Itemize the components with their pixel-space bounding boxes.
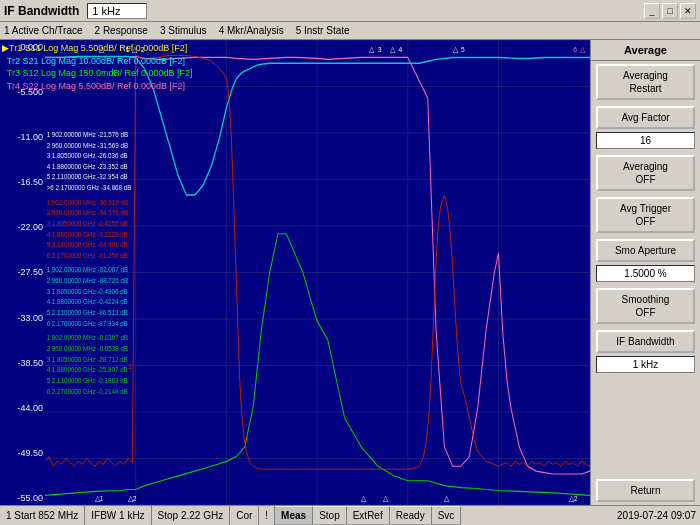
y-label-9: -49.50 [2,448,43,458]
smo-aperture-value: 1.5000 % [596,265,695,282]
meas-button[interactable]: Meas [275,506,313,525]
svg-text:4  1.8800000 GHz  -23.352  dB: 4 1.8800000 GHz -23.352 dB [47,162,129,170]
svg-text:△: △ [370,44,376,54]
svg-text:1  902.00000 MHz  -21.576  dB: 1 902.00000 MHz -21.576 dB [47,130,129,138]
svg-text:△: △ [453,44,459,54]
svg-text:6: 6 [573,44,577,54]
svg-text:4  1.8800000 GHz  -3.2229  dB: 4 1.8800000 GHz -3.2229 dB [47,230,129,238]
close-btn[interactable]: ✕ [680,3,696,19]
status-cor: Cor [230,506,259,525]
trace-1-label: ▶Tr1 S11 Log Mag 5.500dB/ Ref 0.000dB [F… [2,42,193,55]
nav-instr-state[interactable]: 5 Instr State [296,25,350,36]
status-exclaim: ! [259,506,275,525]
nav-bar: 1 Active Ch/Trace 2 Response 3 Stimulus … [0,22,700,40]
if-bandwidth-button[interactable]: IF Bandwidth [596,330,695,353]
status-bar: 1 Start 852 MHz IFBW 1 kHz Stop 2.22 GHz… [0,505,700,525]
minimize-btn[interactable]: _ [644,3,660,19]
content-area: 0.000 -5.500 -11.00 -16.50 -22.00 -27.50… [0,40,700,505]
svg-text:△: △ [383,494,389,504]
nav-active-ch[interactable]: 1 Active Ch/Trace [4,25,83,36]
trace-3-label: Tr3 S12 Log Mag 150.0mdB/ Ref 0.000dB [F… [2,67,193,80]
svg-text:1  902.00000 MHz  -0.0307  dB: 1 902.00000 MHz -0.0307 dB [47,334,129,342]
nav-stimulus[interactable]: 3 Stimulus [160,25,207,36]
y-label-8: -44.00 [2,403,43,413]
if-bandwidth-title: IF Bandwidth [4,4,79,18]
y-label-4: -22.00 [2,222,43,232]
svg-text:1  902.00000 MHz  -96.618  dB: 1 902.00000 MHz -96.618 dB [47,198,129,206]
datetime: 2019-07-24 09:07 [613,510,700,521]
svg-text:5  2.1100000 GHz  -0.1863  dB: 5 2.1100000 GHz -0.1863 dB [47,377,129,385]
svg-text:5  2.1100000 GHz  -84.901  dB: 5 2.1100000 GHz -84.901 dB [47,241,129,249]
svc-button[interactable]: Svc [432,506,462,525]
svg-text:3: 3 [378,44,382,54]
svg-text:△2: △2 [569,494,577,504]
svg-text:△: △ [390,44,396,54]
svg-text:6  2.1700000 GHz  -91.256  dB: 6 2.1700000 GHz -91.256 dB [47,252,129,260]
svg-text:3  1.8050000 GHz  -28.712  dB: 3 1.8050000 GHz -28.712 dB [47,355,129,363]
svg-text:3  1.8050000 GHz  -0.4906  dB: 3 1.8050000 GHz -0.4906 dB [47,287,129,295]
y-label-5: -27.50 [2,267,43,277]
svg-text:△2: △2 [128,494,136,504]
avg-factor-button[interactable]: Avg Factor [596,106,695,129]
svg-text:6  2.1700000 GHz  -0.2148  dB: 6 2.1700000 GHz -0.2148 dB [47,387,129,395]
extref-button[interactable]: ExtRef [347,506,390,525]
top-bar: IF Bandwidth _ □ ✕ [0,0,700,22]
y-label-2: -11.00 [2,132,43,142]
trace-legend: ▶Tr1 S11 Log Mag 5.500dB/ Ref 0.000dB [F… [2,42,193,92]
nav-response[interactable]: 2 Response [95,25,148,36]
svg-text:1  902.00000 MHz  -92.067  dB: 1 902.00000 MHz -92.067 dB [47,266,129,274]
svg-text:5  2.1100000 GHz  -86.513  dB: 5 2.1100000 GHz -86.513 dB [47,309,129,317]
right-panel: Average AveragingRestart Avg Factor 16 A… [590,40,700,505]
svg-text:2  960.00000 MHz  -94.576  dB: 2 960.00000 MHz -94.576 dB [47,209,129,217]
stop-button[interactable]: Stop [313,506,347,525]
status-ifbw: IFBW 1 kHz [85,506,151,525]
svg-text:2  960.00000 MHz  -88.726  dB: 2 960.00000 MHz -88.726 dB [47,277,129,285]
window-controls: _ □ ✕ [644,3,696,19]
restore-btn[interactable]: □ [662,3,678,19]
svg-text:>6  2.1700000 GHz  -34.868  dB: >6 2.1700000 GHz -34.868 dB [47,184,132,192]
if-bandwidth-input[interactable] [87,3,147,19]
y-axis: 0.000 -5.500 -11.00 -16.50 -22.00 -27.50… [0,40,45,505]
ready-button[interactable]: Ready [390,506,432,525]
svg-text:6  2.1700000 GHz  -87.934  dB: 6 2.1700000 GHz -87.934 dB [47,319,129,327]
avg-trigger-button[interactable]: Avg TriggerOFF [596,197,695,233]
smoothing-off-button[interactable]: SmoothingOFF [596,288,695,324]
svg-text:△: △ [444,494,450,504]
y-label-3: -16.50 [2,177,43,187]
svg-text:5: 5 [461,44,465,54]
svg-text:△1: △1 [95,494,103,504]
trace-2-label: Tr2 S21 Log Mag 10.00dB/ Ref 0.000dB [F2… [2,55,193,68]
status-stop: Stop 2.22 GHz [152,506,231,525]
status-start: 1 Start 852 MHz [0,506,85,525]
avg-factor-value: 16 [596,132,695,149]
svg-text:4: 4 [399,44,403,54]
panel-title: Average [591,40,700,61]
svg-text:2  960.00000 MHz  -31.569  dB: 2 960.00000 MHz -31.569 dB [47,141,129,149]
y-label-7: -38.50 [2,358,43,368]
if-bandwidth-panel-value: 1 kHz [596,356,695,373]
svg-text:5  2.1100000 GHz  -32.954  dB: 5 2.1100000 GHz -32.954 dB [47,173,129,181]
svg-text:△: △ [580,44,586,54]
svg-text:3  1.8050000 GHz  -0.4255  dB: 3 1.8050000 GHz -0.4255 dB [47,220,129,228]
y-label-10: -55.00 [2,493,43,503]
return-button[interactable]: Return [596,479,695,502]
smo-aperture-button[interactable]: Smo Aperture [596,239,695,262]
svg-text:△: △ [361,494,367,504]
svg-text:3  1.8050000 GHz  -26.036  dB: 3 1.8050000 GHz -26.036 dB [47,152,129,160]
chart-svg: △ 1 △ 2 △ 3 △ 4 △ 5 6 △ △1 △2 △ △ △ △2 [45,40,590,505]
svg-text:2: 2 [128,362,132,372]
svg-text:4  1.8800000 GHz  -25.807  dB: 4 1.8800000 GHz -25.807 dB [47,366,129,374]
averaging-off-button[interactable]: AveragingOFF [596,155,695,191]
trace-4-label: Tr4 S22 Log Mag 5.500dB/ Ref 0.000dB [F2… [2,80,193,93]
y-label-6: -33.00 [2,313,43,323]
nav-mkr-analysis[interactable]: 4 Mkr/Analysis [219,25,284,36]
svg-text:2  960.00000 MHz  -0.0538  dB: 2 960.00000 MHz -0.0538 dB [47,345,129,353]
chart-area: 0.000 -5.500 -11.00 -16.50 -22.00 -27.50… [0,40,590,505]
averaging-restart-button[interactable]: AveragingRestart [596,64,695,100]
svg-text:4  1.8800000 GHz  -0.4224  dB: 4 1.8800000 GHz -0.4224 dB [47,298,129,306]
